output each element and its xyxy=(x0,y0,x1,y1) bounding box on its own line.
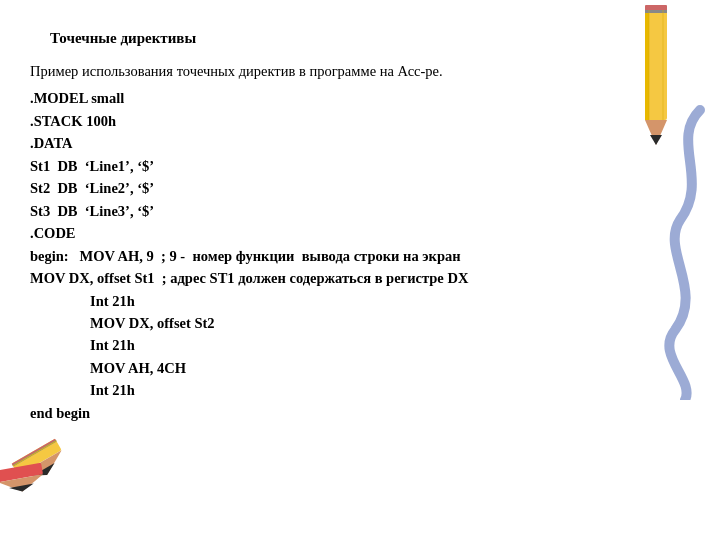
code-line-6: .CODE xyxy=(30,222,600,244)
page-title: Точечные директивы xyxy=(30,30,600,47)
svg-rect-5 xyxy=(645,10,667,13)
code-line-5: St3 DB ‘Line3’, ‘$’ xyxy=(30,200,600,222)
code-line-1: .STACK 100h xyxy=(30,110,600,132)
code-line-2: .DATA xyxy=(30,132,600,154)
code-line-7: begin: MOV AH, 9 ; 9 - номер функции выв… xyxy=(30,245,600,267)
svg-rect-1 xyxy=(645,10,649,120)
code-line-8: MOV DX, offset St1 ; адрес ST1 должен со… xyxy=(30,267,600,289)
pencil-bottom-decoration xyxy=(0,430,100,530)
code-block: .MODEL small.STACK 100h.DATASt1 DB ‘Line… xyxy=(30,87,600,424)
code-line-10: MOV DX, offset St2 xyxy=(30,312,600,334)
code-line-11: Int 21h xyxy=(30,334,600,356)
code-line-4: St2 DB ‘Line2’, ‘$’ xyxy=(30,177,600,199)
code-line-13: Int 21h xyxy=(30,379,600,401)
code-line-12: MOV AH, 4CH xyxy=(30,357,600,379)
code-line-0: .MODEL small xyxy=(30,87,600,109)
intro-text: Пример использования точечных директив в… xyxy=(30,61,600,81)
code-line-3: St1 DB ‘Line1’, ‘$’ xyxy=(30,155,600,177)
main-content: Точечные директивы Пример использования … xyxy=(10,20,620,434)
code-line-9: Int 21h xyxy=(30,290,600,312)
code-line-14: end begin xyxy=(30,402,600,424)
squiggle-decoration xyxy=(650,100,720,400)
